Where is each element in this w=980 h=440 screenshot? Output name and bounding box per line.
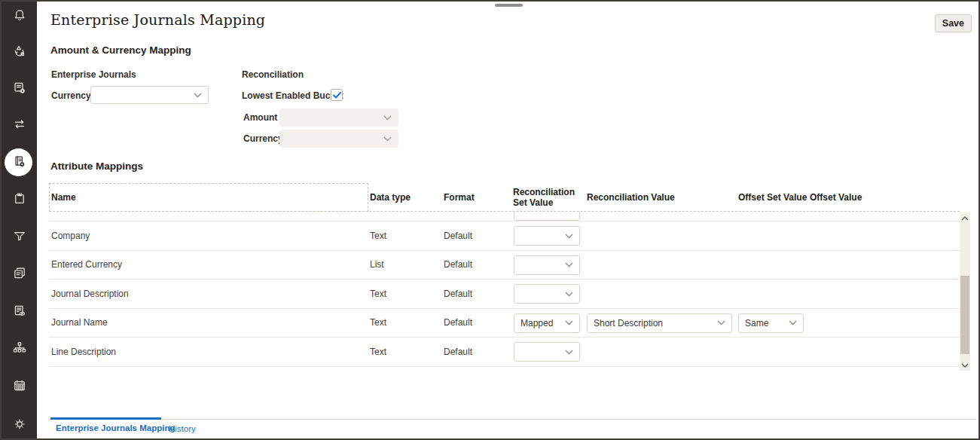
recon-value: Short Description [594, 318, 663, 328]
row-name: Journal Name [51, 317, 108, 328]
row-data-type: Text [370, 317, 386, 328]
recon-set-value-select[interactable]: Mapped [514, 313, 580, 333]
recon-currency-label: Currency [243, 133, 283, 144]
chevron-down-icon [565, 262, 573, 267]
chevron-down-icon [383, 136, 392, 142]
reconciliation-group-heading: Reconciliation [242, 69, 304, 80]
enterprise-journals-icon[interactable] [2, 147, 37, 177]
row-name: Entered Currency [51, 259, 122, 270]
row-name: Line Description [51, 347, 116, 357]
col-header-recon-set-value: Reconciliation Set Value [513, 187, 582, 208]
row-data-type: Text [370, 289, 386, 299]
reports-icon[interactable] [2, 258, 37, 289]
recon-currency-select[interactable] [279, 130, 398, 148]
lowest-enabled-bucket-checkbox[interactable] [331, 89, 343, 101]
row-data-type: Text [370, 231, 386, 241]
row-data-type: Text [370, 347, 386, 357]
recon-amount-label: Amount [243, 112, 277, 123]
row-format: Default [444, 347, 472, 357]
recon-set-value: Mapped [521, 318, 553, 328]
hierarchy-icon[interactable] [2, 333, 37, 363]
chevron-down-icon [565, 234, 573, 239]
col-header-offset-set-value: Offset Set Value [738, 192, 807, 203]
attribute-mappings-heading: Attribute Mappings [50, 160, 143, 172]
partial-recon-set-value-select[interactable] [514, 212, 580, 221]
main-content: Enterprise Journals Mapping Save Amount … [37, 2, 978, 438]
table-row[interactable]: Entered Currency List Default [49, 251, 960, 280]
recon-amount-select[interactable] [279, 108, 398, 127]
chevron-down-icon [789, 320, 797, 325]
recon-set-value-select[interactable] [514, 284, 580, 304]
row-data-type: List [370, 259, 384, 270]
chevron-down-icon [194, 93, 202, 98]
table-row[interactable]: Journal Name Text Default Mapped Short D… [49, 309, 960, 338]
filter-icon[interactable] [2, 221, 37, 251]
partially-scrolled-row [49, 212, 960, 222]
offset-set-value: Same [745, 318, 768, 328]
settings-icon[interactable] [2, 409, 37, 439]
check-icon [333, 92, 341, 99]
app-window: Enterprise Journals Mapping Save Amount … [0, 0, 980, 440]
recon-value-select[interactable]: Short Description [587, 313, 732, 333]
row-name: Company [51, 231, 90, 241]
recon-set-value-select[interactable] [514, 226, 580, 246]
chevron-down-icon [565, 350, 573, 355]
recon-set-value-select[interactable] [514, 255, 580, 275]
page-title: Enterprise Journals Mapping [50, 11, 265, 28]
bell-icon[interactable] [2, 1, 37, 31]
name-column-focus-outline [49, 183, 368, 212]
left-nav-sidebar [2, 2, 37, 438]
journal-review-icon[interactable] [2, 296, 37, 326]
col-header-format: Format [444, 192, 475, 203]
active-tab-indicator [50, 417, 161, 420]
col-header-name: Name [51, 192, 76, 203]
calendar-icon[interactable] [2, 371, 37, 401]
transactions-icon[interactable] [2, 109, 37, 139]
table-row[interactable]: Line Description Text Default [49, 338, 960, 367]
chevron-down-icon [565, 292, 573, 297]
amount-currency-heading: Amount & Currency Mapping [50, 44, 191, 56]
scroll-down-icon[interactable] [960, 360, 970, 370]
scroll-up-icon[interactable] [960, 213, 970, 223]
row-name: Journal Description [51, 289, 129, 299]
row-format: Default [444, 231, 472, 241]
journal-config-icon[interactable] [2, 73, 37, 103]
save-button[interactable]: Save [935, 14, 972, 32]
panel-drag-handle[interactable] [495, 4, 523, 7]
recon-set-value-select[interactable] [514, 342, 580, 362]
lowest-enabled-bucket-label: Lowest Enabled Bucket [242, 90, 343, 101]
table-row[interactable]: Company Text Default [49, 222, 960, 251]
chevron-down-icon [383, 115, 392, 121]
row-format: Default [444, 317, 472, 328]
ej-currency-select[interactable] [90, 86, 209, 104]
ej-currency-label: Currency [51, 90, 91, 101]
row-format: Default [444, 259, 472, 270]
col-header-data-type: Data type [370, 192, 411, 203]
chevron-down-icon [717, 320, 725, 325]
chevron-down-icon [565, 320, 573, 325]
tab-history[interactable]: History [169, 424, 196, 433]
tab-enterprise-journals-mapping[interactable]: Enterprise Journals Mapping [56, 423, 175, 432]
enterprise-journals-group-heading: Enterprise Journals [51, 69, 136, 80]
offset-set-value-select[interactable]: Same [738, 313, 804, 333]
table-row[interactable]: Journal Description Text Default [49, 280, 960, 309]
tasks-icon[interactable] [2, 184, 37, 214]
attribute-mappings-table-body: Company Text Default Entered Currency Li… [49, 212, 960, 367]
col-header-offset-value: Offset Value [810, 192, 862, 203]
scrollbar-thumb[interactable] [960, 276, 969, 354]
bottom-tabbar-divider [50, 419, 976, 420]
row-format: Default [444, 289, 472, 299]
table-scrollbar[interactable] [960, 212, 970, 371]
approvals-icon[interactable] [2, 36, 37, 66]
col-header-recon-value: Reconciliation Value [587, 192, 675, 203]
